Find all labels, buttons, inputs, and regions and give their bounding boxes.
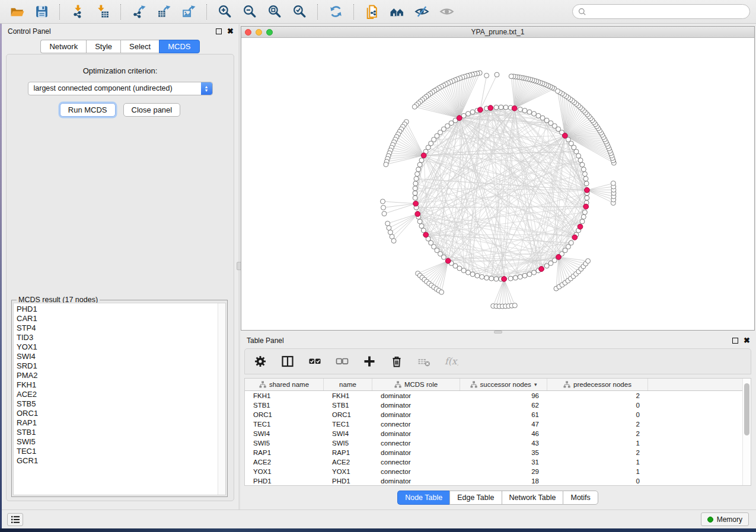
mcds-hub-node[interactable] (457, 116, 462, 121)
tab-mcds[interactable]: MCDS (159, 40, 199, 53)
fan-node[interactable] (387, 226, 391, 230)
ring-node[interactable] (513, 275, 518, 280)
mcds-hub-node[interactable] (572, 235, 578, 240)
fan-node[interactable] (381, 205, 386, 210)
ring-node[interactable] (417, 219, 422, 224)
close-table-panel-icon[interactable]: ✖ (744, 338, 750, 344)
ring-node[interactable] (470, 110, 475, 114)
ring-node[interactable] (417, 162, 422, 167)
ring-node[interactable] (466, 270, 471, 275)
ring-node[interactable] (480, 274, 484, 279)
ring-node[interactable] (518, 274, 522, 279)
new-network-from-selection-button[interactable] (361, 2, 382, 21)
table-row[interactable]: SWI5SWI5connector431 (245, 438, 742, 448)
hide-selected-button[interactable] (411, 2, 432, 21)
tab-edge-table[interactable]: Edge Table (449, 491, 501, 505)
export-network-button[interactable] (128, 2, 149, 21)
optimization-criterion-dropdown[interactable]: largest connected component (undirected)… (28, 82, 213, 95)
ring-node[interactable] (569, 241, 573, 245)
mcds-result-item[interactable]: ACE2 (17, 390, 218, 399)
ring-node[interactable] (415, 172, 420, 177)
deselect-all-button[interactable] (335, 354, 349, 368)
mcds-result-item[interactable]: STP4 (17, 323, 218, 333)
ring-node[interactable] (441, 255, 446, 259)
result-list-scrollbar[interactable] (218, 303, 225, 495)
tab-node-table[interactable]: Node Table (397, 491, 449, 505)
table-row[interactable]: FKH1FKH1dominator962 (245, 391, 742, 400)
ring-node[interactable] (494, 105, 499, 110)
mcds-hub-node[interactable] (539, 267, 544, 272)
mcds-result-item[interactable]: SWI4 (17, 352, 218, 361)
ring-node[interactable] (527, 110, 532, 114)
ring-node[interactable] (503, 105, 508, 110)
ring-node[interactable] (582, 172, 587, 177)
tab-style[interactable]: Style (86, 40, 120, 53)
ring-node[interactable] (489, 276, 494, 281)
fan-node[interactable] (381, 199, 385, 204)
table-scrollbar[interactable] (742, 379, 751, 485)
zoom-out-button[interactable] (239, 2, 260, 21)
mcds-hub-node[interactable] (423, 232, 429, 238)
table-row[interactable]: ACE2ACE2connector311 (245, 457, 742, 467)
zoom-in-button[interactable] (214, 2, 235, 21)
fan-node[interactable] (382, 211, 387, 216)
ring-node[interactable] (484, 275, 489, 280)
zoom-selected-button[interactable] (289, 2, 310, 21)
fan-node[interactable] (556, 89, 560, 94)
mcds-result-item[interactable]: SWI5 (17, 437, 218, 447)
table-scrollbar-thumb[interactable] (744, 383, 749, 435)
mcds-result-item[interactable]: TEC1 (17, 447, 218, 456)
export-image-button[interactable] (178, 2, 199, 21)
ring-node[interactable] (461, 268, 466, 273)
fan-node[interactable] (484, 73, 489, 78)
fan-node[interactable] (391, 239, 396, 243)
column-header-MCDS-role[interactable]: MCDS role (372, 379, 460, 390)
ring-node[interactable] (413, 186, 417, 191)
import-table-button[interactable] (92, 2, 113, 21)
table-settings-button[interactable] (253, 354, 267, 368)
ring-node[interactable] (413, 181, 418, 186)
table-row[interactable]: PHD1PHD1dominator180 (245, 476, 742, 485)
import-network-button[interactable] (67, 2, 88, 21)
ring-node[interactable] (413, 191, 417, 196)
mcds-hub-node[interactable] (478, 107, 483, 113)
ring-node[interactable] (470, 272, 475, 277)
column-header-predecessor-nodes[interactable]: predecessor nodes (547, 379, 648, 390)
run-mcds-button[interactable]: Run MCDS (60, 103, 116, 117)
delete-columns-button[interactable] (390, 354, 404, 368)
fan-node[interactable] (388, 230, 393, 235)
show-columns-button[interactable] (280, 354, 295, 368)
table-row[interactable]: RAP1RAP1dominator352 (245, 448, 742, 457)
memory-button[interactable]: Memory (701, 512, 749, 526)
mcds-hub-node[interactable] (445, 258, 451, 264)
mcds-hub-node[interactable] (415, 211, 420, 217)
network-canvas[interactable] (241, 38, 754, 330)
fan-node[interactable] (586, 259, 591, 264)
column-header-name[interactable]: name (324, 379, 372, 390)
select-all-button[interactable] (308, 354, 322, 368)
export-table-button[interactable] (153, 2, 174, 21)
apply-layout-button[interactable] (325, 2, 346, 21)
table-row[interactable]: YOX1YOX1connector291 (245, 467, 742, 476)
table-row[interactable]: ORC1ORC1dominator610 (245, 410, 742, 419)
ring-node[interactable] (419, 158, 424, 163)
fan-node[interactable] (509, 74, 513, 79)
ring-node[interactable] (522, 273, 527, 278)
table-row[interactable]: SWI4SWI4dominator462 (245, 429, 742, 438)
ring-node[interactable] (578, 158, 583, 163)
mcds-result-item[interactable]: CAR1 (17, 314, 218, 323)
ring-node[interactable] (581, 167, 586, 172)
mcds-result-item[interactable]: STB5 (17, 399, 218, 409)
mcds-hub-node[interactable] (502, 277, 507, 282)
ring-node[interactable] (527, 272, 532, 277)
ring-node[interactable] (416, 167, 421, 172)
mcds-result-list[interactable]: PHD1CAR1STP4TID3YOX1SWI4SRD1PMA2FKH1ACE2… (13, 303, 226, 495)
float-panel-icon[interactable] (216, 28, 222, 34)
ring-node[interactable] (508, 276, 513, 281)
ring-node[interactable] (585, 196, 589, 200)
ring-node[interactable] (414, 177, 419, 181)
mcds-hub-node[interactable] (578, 224, 583, 229)
task-history-button[interactable] (7, 513, 23, 526)
ring-node[interactable] (532, 111, 537, 116)
fan-node[interactable] (512, 303, 517, 308)
